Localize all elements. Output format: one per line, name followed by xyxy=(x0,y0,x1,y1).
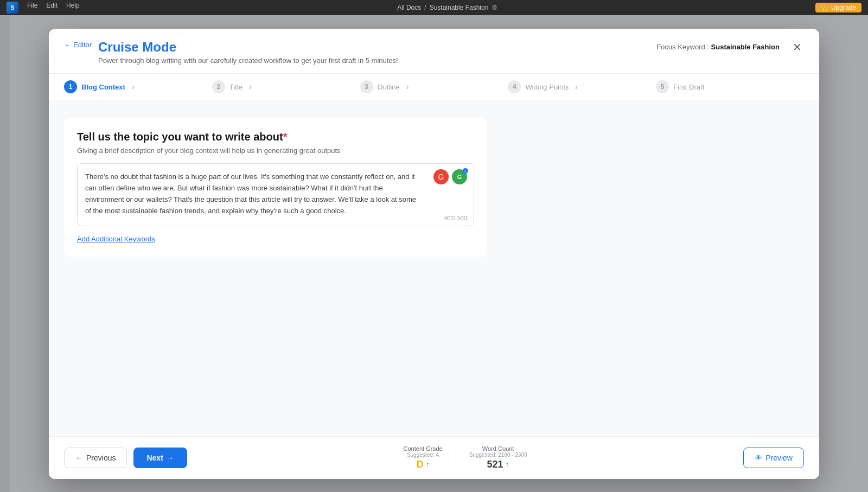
modal-header-right: Focus Keyword : Sustainable Fashion ✕ xyxy=(656,40,804,55)
step-4[interactable]: 4 Writing Points › xyxy=(508,80,656,93)
breadcrumb-doc-title: Sustainable Fashion xyxy=(430,4,489,11)
previous-button[interactable]: ← Previous xyxy=(64,448,127,468)
step-4-label: Writing Points xyxy=(525,83,569,91)
modal-content: Tell us the topic you want to write abou… xyxy=(49,100,819,436)
word-count-trend-icon: ↑ xyxy=(506,460,509,469)
step-5-label: First Draft xyxy=(673,83,704,91)
crown-icon: 👑 xyxy=(821,4,829,11)
back-arrow-icon: ← xyxy=(64,41,71,49)
step-4-content: 4 Writing Points xyxy=(508,80,569,93)
step-2-label: Title xyxy=(229,83,242,91)
menu-edit[interactable]: Edit xyxy=(46,2,58,14)
main-background: ← Editor Cruise Mode Power through blog … xyxy=(0,15,868,492)
close-modal-button[interactable]: ✕ xyxy=(790,40,804,55)
back-to-editor-button[interactable]: ← Editor xyxy=(64,41,92,49)
grammar-check-icon[interactable]: G xyxy=(433,169,449,184)
grade-trend-icon: ↑ xyxy=(426,460,430,469)
step-5-number: 5 xyxy=(656,80,669,93)
next-arrow-icon: → xyxy=(167,453,174,462)
step-4-chevron: › xyxy=(575,82,578,91)
grade-letter: D xyxy=(417,459,424,470)
add-keywords-link[interactable]: Add Additional Keywords xyxy=(77,235,155,243)
required-star: * xyxy=(283,131,288,143)
step-5-content: 5 First Draft xyxy=(656,80,704,93)
breadcrumb: All Docs / Sustainable Fashion ⚙ xyxy=(397,4,497,11)
footer-actions: 👁 Preview xyxy=(743,448,804,468)
step-1-content: 1 Blog Context xyxy=(64,80,125,93)
ai-assist-icon[interactable]: G 2 xyxy=(452,169,467,184)
cruise-mode-modal: ← Editor Cruise Mode Power through blog … xyxy=(49,29,819,479)
modal-title: Cruise Mode xyxy=(98,40,398,55)
char-count: 407/ 500 xyxy=(444,215,467,221)
top-bar: S File Edit Help All Docs / Sustainable … xyxy=(0,0,868,15)
context-textarea[interactable] xyxy=(78,164,474,223)
content-grade-sublabel: Suggested: A xyxy=(407,452,439,458)
word-count-number: 521 xyxy=(487,459,503,470)
form-description: Giving a brief description of your blog … xyxy=(77,146,474,155)
upgrade-button[interactable]: 👑 Upgrade xyxy=(815,3,861,12)
modal-title-block: Cruise Mode Power through blog writing w… xyxy=(98,40,398,65)
step-2-content: 2 Title xyxy=(212,80,242,93)
modal-footer: ← Previous Next → Content Grade Suggeste… xyxy=(49,436,819,479)
step-3-content: 3 Outline xyxy=(360,80,400,93)
app-icon: S xyxy=(7,2,18,14)
step-3-label: Outline xyxy=(378,83,400,91)
breadcrumb-separator: / xyxy=(424,4,426,11)
step-4-number: 4 xyxy=(508,80,521,93)
word-count-value: 521 ↑ xyxy=(487,459,509,470)
top-bar-left: S File Edit Help xyxy=(7,2,80,14)
menu-file[interactable]: File xyxy=(27,2,37,14)
steps-bar: 1 Blog Context › 2 Title › 3 xyxy=(49,74,819,100)
next-button[interactable]: Next → xyxy=(133,448,187,468)
footer-stats: Content Grade Suggested: A D ↑ Word Coun… xyxy=(391,445,540,470)
textarea-icons: G G 2 xyxy=(433,169,467,184)
step-3-number: 3 xyxy=(360,80,373,93)
step-3[interactable]: 3 Outline › xyxy=(360,80,508,93)
modal-header-left: ← Editor Cruise Mode Power through blog … xyxy=(64,40,398,65)
step-1-number: 1 xyxy=(64,80,77,93)
eye-icon: 👁 xyxy=(755,453,762,462)
step-3-chevron: › xyxy=(406,82,409,91)
step-1-chevron: › xyxy=(132,82,135,91)
word-count-label: Word Count xyxy=(482,445,514,452)
step-2-number: 2 xyxy=(212,80,225,93)
step-2-chevron: › xyxy=(249,82,252,91)
form-title: Tell us the topic you want to write abou… xyxy=(77,131,474,143)
preview-button[interactable]: 👁 Preview xyxy=(743,448,804,468)
context-card: Tell us the topic you want to write abou… xyxy=(64,118,487,257)
content-grade-value: D ↑ xyxy=(417,459,430,470)
modal-header: ← Editor Cruise Mode Power through blog … xyxy=(49,29,819,74)
word-count-sublabel: Suggested: 2100 - 2300 xyxy=(469,452,527,458)
focus-keyword-display: Focus Keyword : Sustainable Fashion xyxy=(656,43,780,51)
prev-arrow-icon: ← xyxy=(75,453,83,462)
step-5[interactable]: 5 First Draft xyxy=(656,80,804,93)
content-grade-label: Content Grade xyxy=(404,445,443,452)
breadcrumb-settings-icon[interactable]: ⚙ xyxy=(492,4,497,11)
content-grade-stat: Content Grade Suggested: A D ↑ xyxy=(391,445,456,470)
modal-subtitle: Power through blog writing with our care… xyxy=(98,56,398,65)
footer-navigation: ← Previous Next → xyxy=(64,448,187,468)
menu-help[interactable]: Help xyxy=(66,2,80,14)
word-count-stat: Word Count Suggested: 2100 - 2300 521 ↑ xyxy=(456,445,540,470)
step-1[interactable]: 1 Blog Context › xyxy=(64,80,212,93)
step-2[interactable]: 2 Title › xyxy=(212,80,360,93)
context-textarea-wrapper: G G 2 407/ 500 xyxy=(77,163,474,226)
breadcrumb-all-docs[interactable]: All Docs xyxy=(397,4,421,11)
top-bar-right: 👑 Upgrade xyxy=(815,3,861,12)
modal-overlay: ← Editor Cruise Mode Power through blog … xyxy=(0,15,868,492)
step-1-label: Blog Context xyxy=(81,83,125,91)
